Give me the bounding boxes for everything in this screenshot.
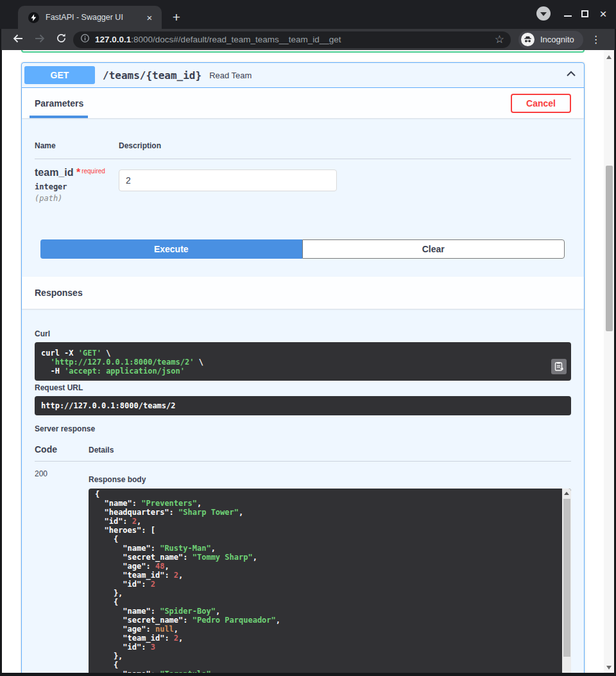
caret-down-icon xyxy=(540,12,547,16)
tab-title: FastAPI - Swagger UI xyxy=(46,13,144,22)
parameters-section: Name Description team_id *required integ… xyxy=(22,118,584,277)
column-header-description: Description xyxy=(119,141,161,150)
column-header-name: Name xyxy=(35,141,119,150)
endpoint-summary: Read Team xyxy=(209,71,252,80)
window-menu-button[interactable] xyxy=(536,6,551,21)
method-badge: GET xyxy=(24,66,95,84)
browser-tab[interactable]: FastAPI - Swagger UI × xyxy=(18,6,162,29)
url-path: :8000/docs#/default/read_team_teams__tea… xyxy=(131,35,341,44)
opblock-get: GET /teams/{team_id} Read Team Parameter… xyxy=(21,62,585,673)
tab-bar: FastAPI - Swagger UI × + × xyxy=(0,0,616,29)
parameter-row: team_id *required integer (path) xyxy=(35,167,571,203)
address-bar[interactable]: 127.0.0.1:8000/docs#/default/read_team_t… xyxy=(73,31,511,48)
browser-toolbar: 127.0.0.1:8000/docs#/default/read_team_t… xyxy=(1,29,615,50)
page-scrollbar[interactable] xyxy=(604,50,614,673)
opblock-summary[interactable]: GET /teams/{team_id} Read Team xyxy=(22,63,584,88)
execute-button[interactable]: Execute xyxy=(40,239,302,259)
server-response-label: Server response xyxy=(35,424,571,433)
response-row: 200 Response body { "name": "Preventers"… xyxy=(35,469,571,673)
page-scrollbar-thumb[interactable] xyxy=(606,166,613,331)
window-close-button[interactable]: × xyxy=(598,8,608,20)
scroll-up-icon[interactable] xyxy=(562,489,571,498)
request-url-label: Request URL xyxy=(35,383,571,392)
curl-command: curl -X 'GET' \ 'http://127.0.0.1:8000/t… xyxy=(35,342,571,381)
table-divider xyxy=(35,159,571,159)
cancel-button[interactable]: Cancel xyxy=(511,94,571,113)
incognito-label: Incognito xyxy=(540,35,574,44)
swagger-page: GET /teams/{team_id} Read Team Parameter… xyxy=(2,50,614,673)
status-code: 200 xyxy=(35,469,89,673)
response-body-label: Response body xyxy=(89,475,571,484)
response-scrollbar-thumb[interactable] xyxy=(563,499,570,657)
copy-to-clipboard-button[interactable] xyxy=(551,359,567,374)
scrollbar-up-arrow[interactable] xyxy=(604,52,614,62)
parameter-location: (path) xyxy=(35,194,119,203)
scrollbar-down-arrow[interactable] xyxy=(604,663,614,673)
info-icon[interactable] xyxy=(80,33,90,46)
responses-title: Responses xyxy=(35,288,83,298)
previous-opblock-edge xyxy=(21,50,585,53)
details-column-header: Details xyxy=(89,446,114,455)
fastapi-favicon-icon xyxy=(28,12,39,23)
response-body-code: { "name": "Preventers", "headquarters": … xyxy=(95,490,280,673)
response-scrollbar[interactable] xyxy=(562,489,571,673)
responses-header: Responses xyxy=(22,277,584,309)
tab-parameters[interactable]: Parameters xyxy=(35,98,83,108)
clear-button[interactable]: Clear xyxy=(302,239,565,259)
responses-section: Curl curl -X 'GET' \ 'http://127.0.0.1:8… xyxy=(22,329,584,673)
reload-button[interactable] xyxy=(56,33,67,46)
incognito-icon xyxy=(521,33,535,46)
menu-dots-icon[interactable]: ⋮ xyxy=(591,38,601,42)
parameter-name: team_id *required xyxy=(35,167,119,178)
response-body: { "name": "Preventers", "headquarters": … xyxy=(89,489,571,673)
parameter-type: integer xyxy=(35,182,119,191)
back-button[interactable] xyxy=(12,33,24,47)
endpoint-path: /teams/{team_id} xyxy=(103,69,201,82)
curl-code: curl -X 'GET' \ 'http://127.0.0.1:8000/t… xyxy=(41,349,203,376)
url-host: 127.0.0.1 xyxy=(95,35,131,44)
code-column-header: Code xyxy=(35,444,89,455)
maximize-button[interactable] xyxy=(581,10,588,17)
bookmark-star-icon[interactable]: ☆ xyxy=(495,33,504,46)
minimize-button[interactable] xyxy=(564,15,572,17)
table-divider xyxy=(35,461,571,462)
incognito-badge: Incognito xyxy=(518,31,583,49)
tab-close-icon[interactable]: × xyxy=(144,12,155,23)
active-tab-underline xyxy=(30,116,88,118)
parameters-header: Parameters Cancel xyxy=(22,88,584,118)
new-tab-button[interactable]: + xyxy=(168,9,185,26)
request-url: http://127.0.0.1:8000/teams/2 xyxy=(35,396,571,415)
curl-label: Curl xyxy=(35,329,571,338)
collapse-chevron-icon[interactable] xyxy=(565,67,578,83)
team-id-input[interactable] xyxy=(119,169,337,191)
forward-button[interactable] xyxy=(34,33,46,47)
